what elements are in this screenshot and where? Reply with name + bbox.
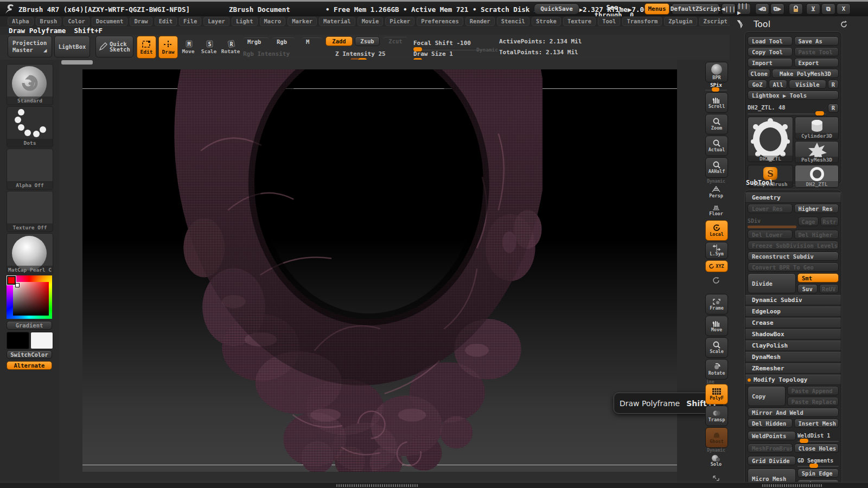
subtool-section-header[interactable]: SubTool bbox=[746, 179, 774, 187]
freeze-subdivision-button[interactable]: Freeze SubDivision Levels bbox=[748, 241, 839, 250]
menu-item[interactable]: Draw bbox=[130, 17, 152, 26]
reconstruct-subdiv-button[interactable]: Reconstruct Subdiv bbox=[748, 252, 839, 261]
local-button[interactable]: Local bbox=[705, 220, 728, 241]
subsection-header[interactable]: EdgeLoop bbox=[745, 306, 841, 317]
m-button[interactable]: M bbox=[302, 37, 322, 46]
menu-item[interactable]: Zplugin bbox=[664, 17, 697, 26]
paste-append-button[interactable]: Paste Append bbox=[787, 386, 839, 395]
next-ui-icon[interactable]: ⧉▶ bbox=[770, 3, 784, 15]
grid-divide-button[interactable]: Grid Divide bbox=[748, 456, 796, 465]
subsection-header[interactable]: Crease bbox=[745, 318, 841, 328]
menu-item[interactable]: Stroke bbox=[532, 17, 561, 26]
convert-bpr-button[interactable]: Convert BPR To Geo bbox=[748, 262, 839, 272]
canvas-scrollbar-thumb[interactable] bbox=[61, 60, 93, 65]
spix-slider[interactable]: SPix bbox=[705, 82, 727, 91]
zadd-button[interactable]: Zadd bbox=[326, 36, 353, 46]
scale3d-button[interactable]: Scale bbox=[705, 337, 728, 358]
cage-button[interactable]: Cage bbox=[798, 217, 819, 226]
clone-button[interactable]: Clone bbox=[748, 69, 770, 78]
menu-item[interactable]: Zscript bbox=[699, 17, 732, 26]
del-hidden-button[interactable]: Del Hidden bbox=[748, 419, 793, 428]
subsection-header[interactable]: ShadowBox bbox=[745, 329, 841, 339]
move3d-button[interactable]: Move bbox=[705, 316, 728, 336]
main-color-swatch[interactable] bbox=[7, 332, 29, 349]
mirror-and-weld-button[interactable]: Mirror And Weld bbox=[748, 408, 839, 417]
modify-topology-header[interactable]: Modify Topology bbox=[745, 375, 841, 385]
higher-res-button[interactable]: Higher Res bbox=[794, 204, 839, 213]
secondary-color-swatch[interactable] bbox=[30, 332, 53, 349]
menu-item[interactable]: Preferences bbox=[417, 17, 463, 26]
menu-item[interactable]: Tool bbox=[598, 17, 620, 26]
rotate3d-button[interactable]: Rotate bbox=[705, 359, 728, 380]
persp-button[interactable]: Persp bbox=[705, 183, 727, 201]
quick-sketch-button[interactable]: Quick Sketch bbox=[95, 36, 133, 57]
menu-item[interactable]: Edit bbox=[155, 17, 177, 26]
texture-selector[interactable]: Texture Off bbox=[7, 191, 53, 232]
scroll-right-icon[interactable]: |||▶ bbox=[737, 3, 751, 15]
subsection-header[interactable]: Dynamic Subdiv bbox=[745, 295, 841, 305]
frame-button[interactable]: Frame bbox=[705, 294, 728, 314]
lock-icon[interactable] bbox=[789, 3, 803, 15]
menu-item[interactable]: Macro bbox=[260, 17, 286, 26]
rgb-button[interactable]: Rgb bbox=[272, 37, 295, 46]
sculpt-model-frame[interactable] bbox=[152, 69, 542, 472]
edit-button[interactable]: Edit bbox=[137, 36, 156, 59]
color-picker[interactable] bbox=[7, 275, 52, 319]
copy-tool-button[interactable]: Copy Tool bbox=[748, 47, 793, 56]
solo-button[interactable]: Solo bbox=[705, 452, 727, 470]
goz-r-button[interactable]: R bbox=[828, 80, 839, 89]
subsection-header[interactable]: ZRemesher bbox=[745, 363, 841, 374]
menu-item[interactable]: Light bbox=[232, 17, 258, 26]
document-canvas[interactable]: Draw Polyframe Shift+F bbox=[60, 60, 677, 482]
document-area[interactable]: Draw Polyframe Shift+F bbox=[82, 69, 677, 472]
menu-item[interactable]: Color bbox=[63, 17, 90, 26]
tool-r-button[interactable]: R bbox=[828, 104, 839, 113]
copy-mesh-button[interactable]: Copy bbox=[748, 386, 786, 406]
menu-item[interactable]: Movie bbox=[358, 17, 384, 26]
menu-item[interactable]: Marker bbox=[288, 17, 317, 26]
menu-item[interactable]: Alpha bbox=[8, 17, 34, 26]
meshfrombrush-button[interactable]: MeshFromBrush bbox=[748, 444, 793, 453]
sv-cursor[interactable] bbox=[15, 283, 20, 287]
floor-button[interactable]: Floor bbox=[705, 202, 727, 219]
scroll-button[interactable]: Scroll bbox=[705, 92, 728, 113]
subsection-header[interactable]: DynaMesh bbox=[745, 352, 841, 362]
subsection-header[interactable]: ClayPolish bbox=[745, 341, 841, 351]
weldpoints-button[interactable]: WeldPoints bbox=[748, 431, 796, 440]
material-selector[interactable]: MatCap Pearl C bbox=[7, 233, 53, 274]
menu-item[interactable]: Material bbox=[319, 17, 355, 26]
reset-icon[interactable] bbox=[840, 20, 848, 28]
actual-button[interactable]: Actual bbox=[705, 136, 728, 156]
import-button[interactable]: Import bbox=[748, 58, 793, 67]
scroll-left-icon[interactable]: ◀||| bbox=[722, 3, 736, 15]
mrgb-button[interactable]: Mrgb bbox=[243, 37, 269, 46]
polymesh3d-thumbnail[interactable]: PolyMesh3D bbox=[795, 141, 839, 163]
menus-button[interactable]: Menus bbox=[644, 3, 669, 15]
cylinder3d-thumbnail[interactable]: Cylinder3D bbox=[795, 117, 839, 139]
prev-ui-icon[interactable]: ◀⧉ bbox=[755, 3, 769, 15]
defaultzscript-button[interactable]: DefaultZScript bbox=[672, 3, 719, 15]
gradient-button[interactable]: Gradient bbox=[7, 321, 52, 330]
brush-selector[interactable]: Standard bbox=[7, 64, 53, 105]
scale-button[interactable]: S Scale bbox=[201, 36, 217, 57]
ghost-button[interactable]: Ghost bbox=[705, 427, 728, 448]
rstr-button[interactable]: Rstr bbox=[820, 217, 839, 226]
menu-item[interactable]: Render bbox=[465, 17, 495, 26]
del-lower-button[interactable]: Del Lower bbox=[748, 230, 793, 239]
draw-button[interactable]: Draw bbox=[158, 36, 178, 59]
current-tool-thumbnail[interactable]: DH2_ZTL bbox=[748, 117, 793, 162]
goz-all-button[interactable]: All bbox=[769, 80, 787, 89]
weld-dist-slider[interactable]: WeldDist 1 bbox=[797, 429, 839, 442]
zcut-button[interactable]: Zcut bbox=[383, 36, 408, 46]
bottom-divider-dots[interactable] bbox=[336, 484, 418, 487]
menu-item[interactable]: Document bbox=[92, 17, 128, 26]
menu-item[interactable]: Transform bbox=[622, 17, 662, 26]
rotate-button[interactable]: R Rotate bbox=[221, 36, 240, 57]
geometry-header[interactable]: Geometry bbox=[745, 192, 841, 203]
menu-item[interactable]: Brush bbox=[36, 17, 62, 26]
bpr-button[interactable]: BPR bbox=[705, 62, 728, 82]
menu-item[interactable]: Layer bbox=[203, 17, 229, 26]
reuv-button[interactable]: ReUV bbox=[819, 284, 839, 293]
menu-item[interactable]: Stencil bbox=[497, 17, 529, 26]
alpha-selector[interactable]: Alpha Off bbox=[7, 149, 53, 190]
